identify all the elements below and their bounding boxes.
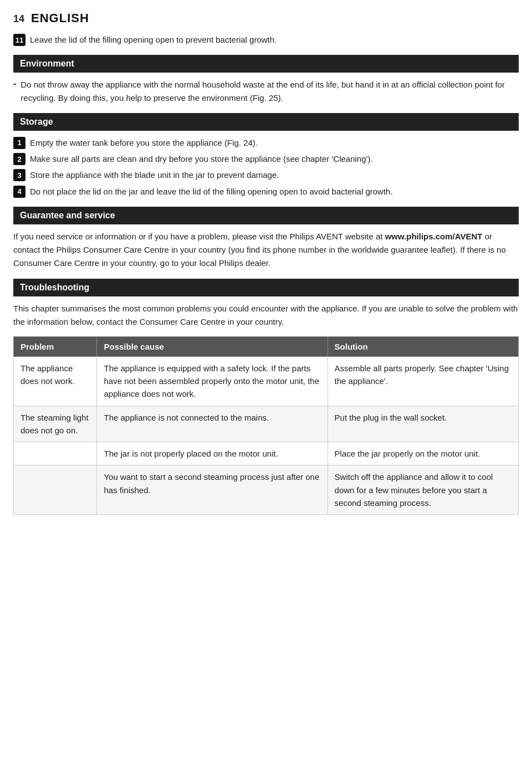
solution-4: Switch off the appliance and allow it to…	[328, 465, 518, 515]
page-language: ENGLISH	[31, 11, 89, 25]
solution-2: Put the plug in the wall socket.	[328, 406, 518, 442]
troubleshoot-intro: This chapter summarises the most common …	[13, 302, 519, 329]
table-row: The jar is not properly placed on the mo…	[14, 442, 519, 465]
environment-text: Do not throw away the appliance with the…	[21, 78, 519, 104]
table-row: The steaming light does not go on. The a…	[14, 406, 519, 442]
cause-4: You want to start a second steaming proc…	[97, 465, 328, 515]
col-problem: Problem	[14, 336, 97, 356]
storage-item-4-text: Do not place the lid on the jar and leav…	[30, 185, 393, 198]
environment-heading: Environment	[13, 55, 519, 73]
col-solution: Solution	[328, 336, 518, 356]
problem-2: The steaming light does not go on.	[14, 406, 97, 442]
guarantee-website: www.philips.com/AVENT	[385, 232, 483, 241]
page-number: 14	[13, 13, 24, 25]
page-header: 14 ENGLISH	[13, 11, 519, 25]
storage-item-1-number: 1	[13, 137, 25, 149]
environment-bullet: -	[13, 79, 16, 89]
solution-1: Assemble all parts properly. See chapter…	[328, 356, 518, 406]
cause-2: The appliance is not connected to the ma…	[97, 406, 328, 442]
storage-item-3: 3 Store the appliance with the blade uni…	[13, 168, 519, 181]
storage-item-2-text: Make sure all parts are clean and dry be…	[30, 152, 373, 165]
storage-item-4: 4 Do not place the lid on the jar and le…	[13, 185, 519, 198]
problem-1: The appliance does not work.	[14, 356, 97, 406]
troubleshooting-table: Problem Possible cause Solution The appl…	[13, 336, 519, 515]
troubleshooting-heading: Troubleshooting	[13, 279, 519, 296]
item-11-text: Leave the lid of the filling opening ope…	[30, 33, 277, 46]
guarantee-heading: Guarantee and service	[13, 207, 519, 224]
storage-item-1-text: Empty the water tank before you store th…	[30, 136, 258, 149]
storage-item-3-number: 3	[13, 169, 25, 181]
problem-3	[14, 442, 97, 465]
storage-item-2-number: 2	[13, 153, 25, 165]
table-row: The appliance does not work. The applian…	[14, 356, 519, 406]
solution-3: Place the jar properly on the motor unit…	[328, 442, 518, 465]
guarantee-text: If you need service or information or if…	[13, 230, 519, 270]
item-11-number: 11	[13, 34, 25, 46]
problem-4	[14, 465, 97, 515]
storage-item-2: 2 Make sure all parts are clean and dry …	[13, 152, 519, 165]
cause-3: The jar is not properly placed on the mo…	[97, 442, 328, 465]
item-11: 11 Leave the lid of the filling opening …	[13, 33, 519, 46]
table-header-row: Problem Possible cause Solution	[14, 336, 519, 356]
cause-1: The appliance is equipped with a safety …	[97, 356, 328, 406]
storage-item-1: 1 Empty the water tank before you store …	[13, 136, 519, 149]
col-cause: Possible cause	[97, 336, 328, 356]
table-row: You want to start a second steaming proc…	[14, 465, 519, 515]
storage-heading: Storage	[13, 113, 519, 131]
storage-item-4-number: 4	[13, 186, 25, 198]
guarantee-text-1: If you need service or information or if…	[13, 232, 385, 241]
storage-item-3-text: Store the appliance with the blade unit …	[30, 168, 279, 181]
